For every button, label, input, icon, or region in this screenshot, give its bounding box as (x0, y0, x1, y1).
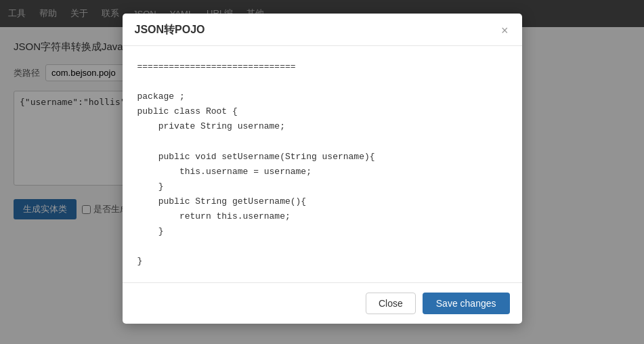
save-changes-button[interactable]: Save changes (423, 293, 510, 314)
close-button[interactable]: Close (366, 293, 416, 314)
modal-footer: Close Save changes (123, 282, 522, 324)
modal-dialog: JSON转POJO × ============================… (123, 14, 522, 324)
modal-title: JSON转POJO (135, 23, 205, 37)
modal-close-x-button[interactable]: × (500, 24, 510, 37)
modal-overlay: JSON转POJO × ============================… (0, 0, 644, 344)
modal-header: JSON转POJO × (123, 14, 522, 46)
modal-body: ============================== package ;… (123, 46, 522, 282)
code-content: ============================== package ;… (137, 60, 507, 269)
